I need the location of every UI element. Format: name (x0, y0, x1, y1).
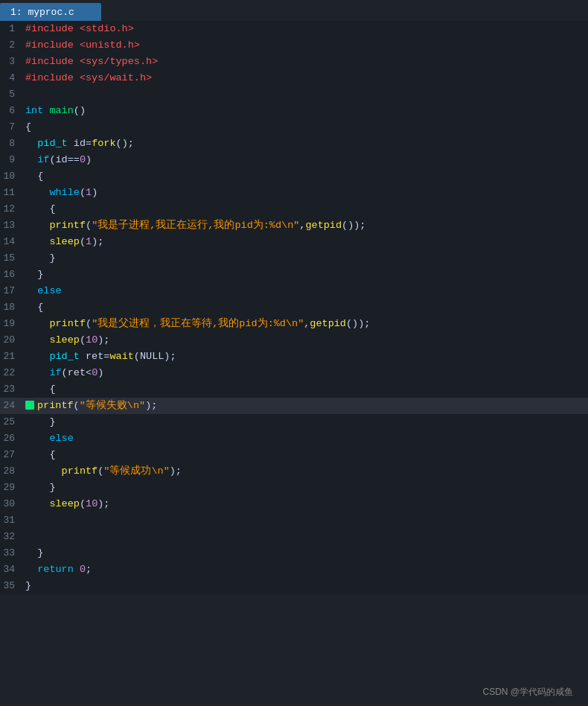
token (74, 564, 80, 575)
line-number: 29 (0, 480, 21, 496)
line-content[interactable] (21, 529, 588, 545)
token: "等候成功\n" (103, 465, 169, 477)
token: { (25, 203, 56, 214)
line-content[interactable]: pid_t ret=wait(NULL); (21, 349, 588, 365)
line-content[interactable]: { (21, 168, 588, 185)
token: return (37, 564, 74, 575)
token: pid_t (37, 138, 68, 149)
line-content[interactable]: } (21, 545, 588, 562)
line-content[interactable]: { (21, 201, 588, 217)
line-number: 35 (0, 578, 21, 594)
code-line: 5 (0, 86, 588, 103)
line-content[interactable]: printf("等候成功\n"​); (21, 463, 588, 480)
line-content[interactable] (21, 86, 588, 103)
line-content[interactable]: { (21, 447, 588, 463)
line-content[interactable]: if(id==0) (21, 152, 588, 168)
line-number: 20 (0, 332, 21, 349)
token: ) (98, 367, 103, 378)
line-number: 18 (0, 299, 21, 316)
line-content[interactable]: } (21, 250, 588, 267)
token: pid_t (49, 351, 80, 362)
token: getpid (305, 220, 342, 231)
token: ()); (342, 220, 365, 231)
file-tab[interactable]: 1: myproc.c (0, 3, 101, 21)
line-content[interactable]: if(ret<0) (21, 365, 588, 381)
line-content[interactable]: printf("等候失败\n"​); (21, 398, 588, 414)
token: ()); (346, 318, 370, 329)
line-content[interactable]: #include <unistd.h> (21, 37, 588, 54)
line-number: 8 (0, 136, 21, 152)
line-content[interactable]: else (21, 430, 588, 447)
token: 1 (86, 187, 92, 198)
token: printf (37, 400, 74, 411)
line-number: 14 (0, 234, 21, 250)
line-content[interactable]: { (21, 381, 588, 398)
code-line: 4#include <sys/wait.h> (0, 70, 588, 86)
line-content[interactable]: printf("我是父进程，我正在等待,我的pid为:%d\n",getpid(… (21, 316, 588, 332)
token: sleep (49, 236, 80, 247)
line-content[interactable]: sleep(10​); (21, 496, 588, 512)
code-line: 28 printf("等候成功\n"​); (0, 463, 588, 480)
token: { (25, 449, 56, 460)
line-number: 5 (0, 86, 21, 103)
line-content[interactable]: else (21, 283, 588, 299)
code-line: 11 while(1) (0, 185, 588, 201)
line-number: 32 (0, 529, 21, 545)
token: 0 (80, 564, 86, 575)
token: #include <stdio.h> (25, 23, 134, 34)
line-content[interactable]: sleep(1​); (21, 234, 588, 250)
line-number: 33 (0, 545, 21, 562)
code-line: 30 sleep(10​); (0, 496, 588, 512)
line-content[interactable]: #include <sys/wait.h> (21, 70, 588, 86)
token: ​); (98, 498, 109, 509)
code-line: 29 } (0, 480, 588, 496)
token: else (49, 433, 73, 444)
token (25, 367, 49, 378)
line-number: 7 (0, 119, 21, 136)
line-content[interactable]: } (21, 414, 588, 430)
token (25, 351, 49, 362)
token (25, 465, 62, 477)
line-content[interactable]: } (21, 267, 588, 283)
line-content[interactable]: { (21, 119, 588, 136)
token: ( (86, 318, 92, 329)
line-content[interactable] (21, 512, 588, 529)
token: getpid (310, 318, 346, 329)
token: ; (86, 564, 92, 575)
line-content[interactable]: } (21, 578, 588, 594)
token: ) (86, 154, 92, 165)
line-number: 23 (0, 381, 21, 398)
line-content[interactable]: printf("我是子进程,我正在运行,我的pid为:%d\n",getpid(… (21, 217, 588, 234)
token: } (25, 482, 56, 493)
token: () (74, 105, 86, 116)
line-content[interactable]: } (21, 480, 588, 496)
line-content[interactable]: sleep(10​); (21, 332, 588, 349)
code-line: 9 if(id==0) (0, 152, 588, 168)
token: } (25, 547, 43, 559)
line-content[interactable]: #include <stdio.h> (21, 21, 588, 37)
line-content[interactable]: { (21, 299, 588, 316)
token: (ret< (62, 367, 92, 378)
token: ( (80, 334, 86, 346)
token: sleep (49, 334, 80, 346)
code-line: 34 return 0; (0, 562, 588, 578)
code-line: 24printf("等候失败\n"​); (0, 398, 588, 414)
code-line: 16 } (0, 267, 588, 283)
line-content[interactable]: return 0; (21, 562, 588, 578)
token: "等候失败\n" (80, 400, 145, 411)
code-line: 23 { (0, 381, 588, 398)
line-content[interactable]: while(1) (21, 185, 588, 201)
token: ( (80, 498, 86, 509)
line-content[interactable]: #include <sys/types.h> (21, 54, 588, 70)
token: int (25, 105, 43, 116)
token (25, 433, 49, 444)
line-content[interactable]: pid_t id=fork(); (21, 136, 588, 152)
line-number: 19 (0, 316, 21, 332)
token: ( (80, 187, 86, 198)
line-content[interactable]: int main() (21, 103, 588, 119)
code-line: 18 { (0, 299, 588, 316)
token: (); (116, 138, 134, 149)
token (25, 318, 49, 329)
token (25, 285, 37, 296)
token: ( (80, 236, 86, 247)
